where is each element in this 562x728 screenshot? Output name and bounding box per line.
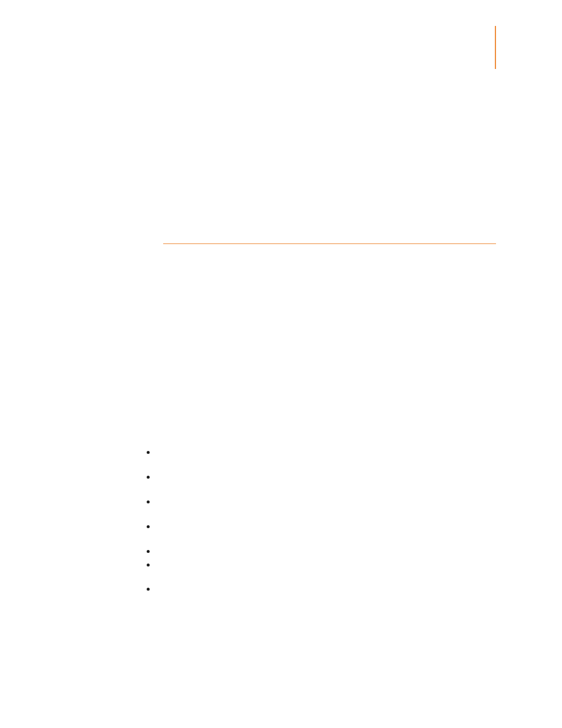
- bullet-list: [138, 447, 156, 594]
- vertical-accent-mark: [495, 26, 496, 69]
- horizontal-divider: [163, 243, 496, 244]
